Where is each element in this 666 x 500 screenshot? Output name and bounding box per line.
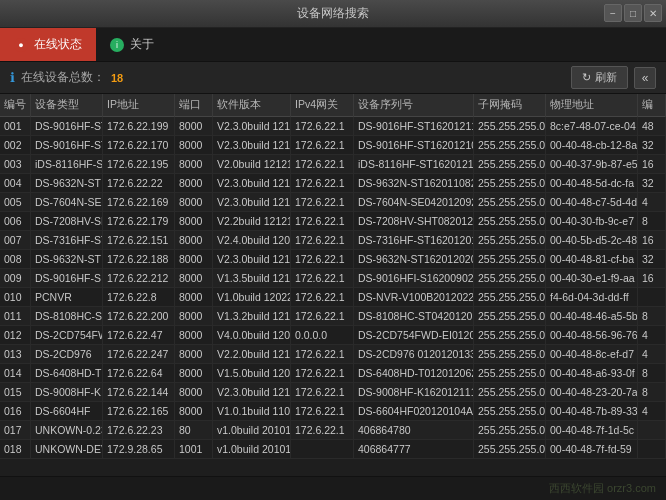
table-row[interactable]: 015DS-9008HF-K172.6.22.1448000V2.3.0buil… xyxy=(0,383,666,402)
cell-version: V2.3.0build 121207 xyxy=(213,250,291,269)
cell-type: PCNVR xyxy=(31,288,103,307)
table-row[interactable]: 002DS-9016HF-ST172.6.22.1708000V2.3.0bui… xyxy=(0,136,666,155)
cell-ipv4gw: 172.6.22.1 xyxy=(291,364,354,383)
cell-ip: 172.6.22.165 xyxy=(103,402,175,421)
table-row[interactable]: 005DS-7604N-SE172.6.22.1698000V2.3.0buil… xyxy=(0,193,666,212)
cell-mac: 8c:e7-48-07-ce-04 xyxy=(546,117,638,136)
cell-port: 8000 xyxy=(175,136,213,155)
refresh-button[interactable]: ↻ 刷新 xyxy=(571,66,628,89)
cell-other: 4 xyxy=(638,193,666,212)
cell-type: DS-9632N-ST xyxy=(31,250,103,269)
close-button[interactable]: ✕ xyxy=(644,4,662,22)
cell-port: 8000 xyxy=(175,193,213,212)
device-table: 编号设备类型IP地址端口软件版本IPv4网关设备序列号子网掩码物理地址编 001… xyxy=(0,94,666,459)
collapse-button[interactable]: « xyxy=(634,67,656,89)
col-header-subnet: 子网掩码 xyxy=(474,94,546,117)
cell-ip: 172.6.22.199 xyxy=(103,117,175,136)
cell-subnet: 255.255.255.0 xyxy=(474,288,546,307)
cell-version: V1.0build 120228 xyxy=(213,288,291,307)
cell-mac: 00-40-30-e1-f9-aa xyxy=(546,269,638,288)
table-row[interactable]: 014DS-6408HD-T172.6.22.648000V1.5.0build… xyxy=(0,364,666,383)
cell-other: 8 xyxy=(638,364,666,383)
table-row[interactable]: 009DS-9016HF-S172.6.22.2128000V1.3.5buil… xyxy=(0,269,666,288)
cell-version: V2.0build 121214 xyxy=(213,155,291,174)
cell-port: 8000 xyxy=(175,307,213,326)
cell-version: V2.3.0build 121120 xyxy=(213,383,291,402)
table-row[interactable]: 011DS-8108HC-ST172.6.22.2008000V1.3.2bui… xyxy=(0,307,666,326)
cell-ipv4gw: 172.6.22.1 xyxy=(291,136,354,155)
cell-version: V2.3.0build 121212 xyxy=(213,136,291,155)
table-row[interactable]: 008DS-9632N-ST172.6.22.1888000V2.3.0buil… xyxy=(0,250,666,269)
toolbar: ℹ 在线设备总数： 18 ↻ 刷新 « xyxy=(0,62,666,94)
table-row[interactable]: 018UNKOWN-DEV...172.9.28.651001v1.0build… xyxy=(0,440,666,459)
cell-other: 8 xyxy=(638,212,666,231)
table-row[interactable]: 013DS-2CD976172.6.22.2478000V2.2.0build … xyxy=(0,345,666,364)
cell-version: V2.4.0build 120725 xyxy=(213,231,291,250)
col-header-type: 设备类型 xyxy=(31,94,103,117)
cell-ipv4gw: 172.6.22.1 xyxy=(291,231,354,250)
table-row[interactable]: 003iDS-8116HF-ST172.6.22.1958000V2.0buil… xyxy=(0,155,666,174)
cell-other: 16 xyxy=(638,231,666,250)
menu-label-online-status: 在线状态 xyxy=(34,36,82,53)
cell-ip: 172.6.22.144 xyxy=(103,383,175,402)
cell-port: 1001 xyxy=(175,440,213,459)
cell-ip: 172.6.22.151 xyxy=(103,231,175,250)
cell-no: 008 xyxy=(0,250,31,269)
cell-mac: 00-40-48-7b-89-33 xyxy=(546,402,638,421)
cell-ipv4gw: 172.6.22.1 xyxy=(291,193,354,212)
table-row[interactable]: 006DS-7208HV-SHT172.6.22.1798000V2.2buil… xyxy=(0,212,666,231)
table-row[interactable]: 012DS-2CD754FW...172.6.22.478000V4.0.0bu… xyxy=(0,326,666,345)
table-row[interactable]: 016DS-6604HF172.6.22.1658000V1.0.1build … xyxy=(0,402,666,421)
cell-serial: 406864780 xyxy=(354,421,474,440)
col-header-mac: 物理地址 xyxy=(546,94,638,117)
minimize-button[interactable]: − xyxy=(604,4,622,22)
cell-mac: 00-40-48-7f-fd-59 xyxy=(546,440,638,459)
cell-ipv4gw: 172.6.22.1 xyxy=(291,174,354,193)
cell-ip: 172.6.22.8 xyxy=(103,288,175,307)
cell-version: V1.3.2build 121109 xyxy=(213,307,291,326)
table-row[interactable]: 001DS-9016HF-ST172.6.22.1998000V2.3.0bui… xyxy=(0,117,666,136)
cell-other: 16 xyxy=(638,269,666,288)
cell-subnet: 255.255.255.0 xyxy=(474,250,546,269)
cell-other: 32 xyxy=(638,174,666,193)
cell-serial: DS-9016HF-ST16201210016BBRR4117... xyxy=(354,136,474,155)
cell-version: V1.5.0build 120601 xyxy=(213,364,291,383)
cell-type: DS-8108HC-ST xyxy=(31,307,103,326)
cell-ipv4gw: 172.6.22.1 xyxy=(291,250,354,269)
cell-ipv4gw: 172.6.22.1 xyxy=(291,421,354,440)
table-row[interactable]: 017UNKOWN-0.23172.6.22.2380v1.0build 201… xyxy=(0,421,666,440)
cell-ip: 172.6.22.169 xyxy=(103,193,175,212)
cell-version: V2.2.0build 121216 xyxy=(213,345,291,364)
cell-serial: DS-6408HD-T0120120627BBRR4093... xyxy=(354,364,474,383)
refresh-label: 刷新 xyxy=(595,70,617,85)
maximize-button[interactable]: □ xyxy=(624,4,642,22)
menu-item-online-status[interactable]: ●在线状态 xyxy=(0,28,96,61)
cell-mac: 00-40-48-7f-1d-5c xyxy=(546,421,638,440)
cell-no: 016 xyxy=(0,402,31,421)
menu-item-about[interactable]: i关于 xyxy=(96,28,168,61)
cell-serial: DS-2CD754FWD-EI0120170716CCR... xyxy=(354,326,474,345)
cell-serial: DS-8108HC-ST04201208031AACH000... xyxy=(354,307,474,326)
menu-label-about: 关于 xyxy=(130,36,154,53)
cell-ip: 172.6.22.200 xyxy=(103,307,175,326)
cell-no: 012 xyxy=(0,326,31,345)
cell-no: 007 xyxy=(0,231,31,250)
cell-no: 017 xyxy=(0,421,31,440)
cell-no: 005 xyxy=(0,193,31,212)
cell-no: 018 xyxy=(0,440,31,459)
table-row[interactable]: 010PCNVR172.6.22.88000V1.0build 12022817… xyxy=(0,288,666,307)
cell-type: DS-2CD754FW... xyxy=(31,326,103,345)
refresh-icon: ↻ xyxy=(582,71,591,84)
cell-port: 8000 xyxy=(175,174,213,193)
cell-other: 32 xyxy=(638,136,666,155)
table-row[interactable]: 007DS-7316HF-ST172.6.22.1518000V2.4.0bui… xyxy=(0,231,666,250)
cell-subnet: 255.255.255.0 xyxy=(474,193,546,212)
cell-mac: 00-40-48-8c-ef-d7 xyxy=(546,345,638,364)
cell-ipv4gw: 172.6.22.1 xyxy=(291,288,354,307)
cell-type: UNKOWN-0.23 xyxy=(31,421,103,440)
cell-subnet: 255.255.255.0 xyxy=(474,212,546,231)
cell-ipv4gw xyxy=(291,440,354,459)
table-row[interactable]: 004DS-9632N-ST172.6.22.228000V2.3.0build… xyxy=(0,174,666,193)
device-table-container: 编号设备类型IP地址端口软件版本IPv4网关设备序列号子网掩码物理地址编 001… xyxy=(0,94,666,476)
cell-subnet: 255.255.255.0 xyxy=(474,155,546,174)
